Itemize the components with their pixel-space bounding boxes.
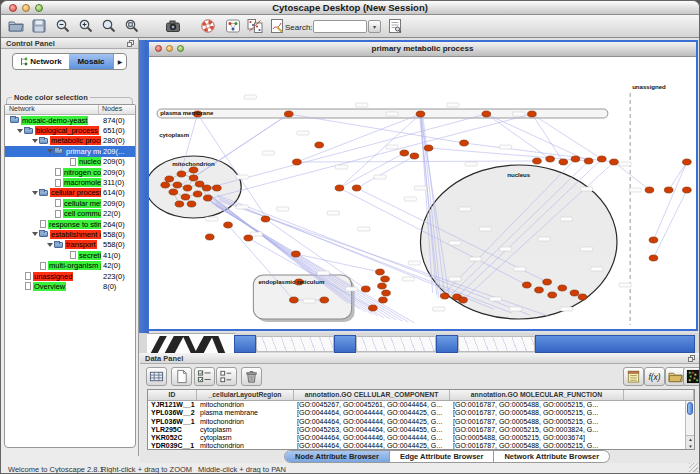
tree-row[interactable]: response to stimul264(0) <box>5 219 135 229</box>
tree-row[interactable]: establishment of lo558(0) <box>5 229 135 239</box>
tree-column-nodes[interactable]: Nodes <box>99 105 135 114</box>
background-window-thumbnail[interactable] <box>256 336 334 352</box>
network-node[interactable] <box>244 235 253 241</box>
delete-attribute-icon[interactable] <box>241 367 262 386</box>
network-node[interactable] <box>645 187 654 193</box>
table-scrollbar[interactable]: ▲▼ <box>685 401 694 449</box>
network-node[interactable] <box>578 294 587 300</box>
float-panel-icon[interactable] <box>127 40 134 47</box>
background-window-thumbnail[interactable] <box>147 333 235 353</box>
background-window-titlebar[interactable] <box>535 335 695 353</box>
zoom-out-icon[interactable] <box>55 18 73 35</box>
network-node[interactable] <box>173 182 182 188</box>
network-node[interactable] <box>649 237 658 243</box>
open-file-icon[interactable] <box>8 18 26 35</box>
network-node[interactable] <box>571 156 580 162</box>
network-node[interactable] <box>315 142 324 148</box>
network-node[interactable] <box>378 283 387 289</box>
tree-row[interactable]: nucleobase-209(0) <box>5 157 135 167</box>
network-node[interactable] <box>376 269 385 275</box>
tree-row[interactable]: multi-organism pro42(0) <box>5 260 135 270</box>
network-node[interactable] <box>165 176 174 182</box>
tree-row[interactable]: macromolecule311(0) <box>5 177 135 187</box>
tree-row[interactable]: cell communicat22(0) <box>5 209 135 219</box>
float-panel-icon[interactable] <box>688 355 695 362</box>
table-row[interactable]: YPL036W__1mitochondrion[GO:0044464, GO:0… <box>148 418 694 426</box>
attribute-grid-icon[interactable] <box>146 367 167 386</box>
tab-mosaic[interactable]: Mosaic <box>69 54 113 69</box>
zoom-fit-icon[interactable] <box>124 18 142 35</box>
scrollbar-thumb[interactable] <box>687 402 693 415</box>
network-node[interactable] <box>546 156 555 162</box>
network-node[interactable] <box>683 187 692 193</box>
network-node[interactable] <box>664 187 673 193</box>
network-node[interactable] <box>410 153 419 159</box>
tree-column-network[interactable]: Network <box>5 105 99 114</box>
zoom-selected-icon[interactable] <box>101 18 119 35</box>
network-node[interactable] <box>213 185 222 191</box>
table-column-header[interactable]: annotation.GO CELLULAR_COMPONENT <box>294 390 450 400</box>
network-node[interactable] <box>382 290 391 296</box>
expander-icon[interactable] <box>32 139 38 143</box>
tab-node-attribute-browser[interactable]: Node Attribute Browser <box>285 451 390 462</box>
background-window-edge[interactable] <box>334 335 356 353</box>
network-node[interactable] <box>683 159 692 165</box>
tree-row[interactable]: metabolic process280(0) <box>5 136 135 146</box>
snapshot-camera-icon[interactable] <box>165 18 183 35</box>
network-node[interactable] <box>320 297 329 303</box>
network-node[interactable] <box>189 167 198 173</box>
table-column-header[interactable]: _cellularLayoutRegion <box>197 390 294 400</box>
network-node[interactable] <box>261 216 270 222</box>
tree-row[interactable]: Overview8(0) <box>5 281 135 291</box>
table-row[interactable]: YDR039C__1mitochondrion[GO:0044464, GO:0… <box>148 442 694 450</box>
tree-row[interactable]: unassigned223(0) <box>5 271 135 281</box>
notepad-icon[interactable] <box>623 367 644 386</box>
network-node[interactable] <box>187 201 196 207</box>
network-node[interactable] <box>169 189 178 195</box>
network-node[interactable] <box>570 290 579 296</box>
save-session-icon[interactable] <box>31 18 49 35</box>
network-node[interactable] <box>558 285 567 291</box>
network-node[interactable] <box>400 150 409 156</box>
expander-icon[interactable] <box>47 243 53 247</box>
network-node[interactable] <box>649 255 658 261</box>
network-node[interactable] <box>352 185 361 191</box>
tree-row[interactable]: mosaic-demo-yeast874(0) <box>5 115 135 125</box>
network-window-titlebar[interactable]: primary metabolic process <box>149 42 696 57</box>
network-node[interactable] <box>177 171 186 177</box>
select-attributes-icon[interactable] <box>194 367 215 386</box>
network-node[interactable] <box>381 276 390 282</box>
network-node[interactable] <box>175 201 184 207</box>
network-node[interactable] <box>369 305 378 311</box>
background-window-thumbnail[interactable] <box>356 336 436 352</box>
search-dropdown-arrow[interactable]: ▾ <box>368 20 381 33</box>
network-node[interactable] <box>482 111 491 117</box>
tree-row[interactable]: secretion41(0) <box>5 250 135 260</box>
background-window-edge[interactable] <box>436 335 458 353</box>
tab-network-attribute-browser[interactable]: Network Attribute Browser <box>494 451 609 462</box>
table-column-header[interactable]: annotation.GO MOLECULAR_FUNCTION <box>450 390 624 400</box>
tree-row[interactable]: cellular process614(0) <box>5 188 135 198</box>
network-node[interactable] <box>584 158 593 164</box>
network-node[interactable] <box>610 159 619 165</box>
network-node[interactable] <box>205 234 214 240</box>
network-node[interactable] <box>193 191 202 197</box>
network-node[interactable] <box>543 279 552 285</box>
expander-icon[interactable] <box>47 149 53 153</box>
import-network-icon[interactable] <box>247 18 265 35</box>
network-node[interactable] <box>440 293 449 299</box>
network-node[interactable] <box>181 194 190 200</box>
tree-row[interactable]: transport558(0) <box>5 240 135 250</box>
tab-edge-attribute-browser[interactable]: Edge Attribute Browser <box>390 451 494 462</box>
network-canvas[interactable]: plasma membranecytoplasmmitochondrionnuc… <box>149 57 696 329</box>
tree-row[interactable]: biological_process651(0) <box>5 125 135 135</box>
network-node[interactable] <box>424 145 433 151</box>
background-window-edge[interactable] <box>234 335 256 353</box>
network-node[interactable] <box>289 297 298 303</box>
network-node[interactable] <box>460 140 469 146</box>
network-node[interactable] <box>224 222 233 228</box>
table-row[interactable]: YLR295Ccytoplasm[GO:0045263, GO:0044464,… <box>148 426 694 434</box>
expander-icon[interactable] <box>32 232 38 236</box>
tree-row[interactable]: nitrogen compo209(0) <box>5 167 135 177</box>
table-row[interactable]: YKR052Ccytoplasm[GO:0044464, GO:0044446,… <box>148 434 694 442</box>
